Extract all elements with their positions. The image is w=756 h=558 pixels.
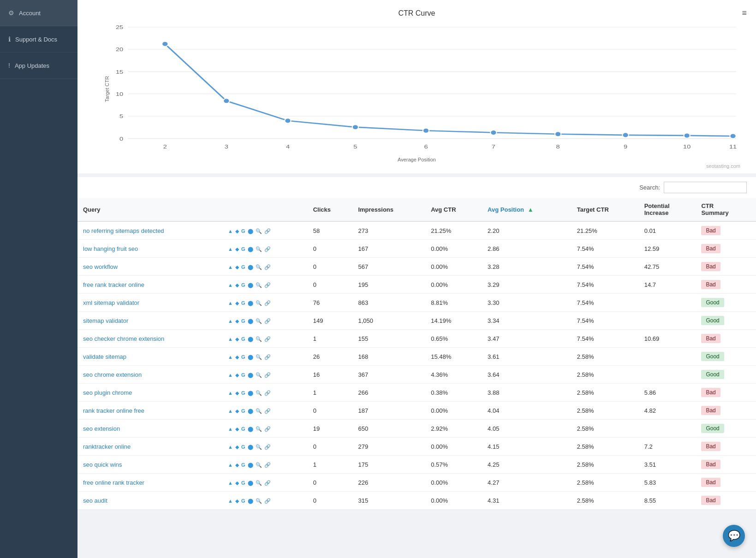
sidebar-item-account[interactable]: ⚙ Account [0, 0, 77, 26]
col-clicks[interactable]: Clicks [308, 198, 353, 221]
search-bar: Search: [77, 177, 756, 198]
clicks-cell: 149 [308, 312, 353, 330]
table-row: seo chrome extension ▲ ◆ G ⬤ 🔍 🔗 16 367 … [77, 366, 756, 384]
table-row: seo workflow ▲ ◆ G ⬤ 🔍 🔗 0 567 0.00% 3.2… [77, 258, 756, 276]
impressions-cell: 168 [352, 348, 425, 366]
query-cell[interactable]: ranktracker online [77, 438, 222, 456]
col-avg-ctr[interactable]: Avg CTR [425, 198, 482, 221]
svg-point-27 [490, 130, 496, 135]
chart-container: Target CTR 25 20 15 10 5 0 2 3 4 [91, 22, 742, 156]
summary-cell: Good [696, 312, 756, 330]
icons-cell: ▲ ◆ G ⬤ 🔍 🔗 [222, 348, 308, 366]
impressions-cell: 175 [352, 456, 425, 474]
col-impressions[interactable]: Impressions [352, 198, 425, 221]
icons-cell: ▲ ◆ G ⬤ 🔍 🔗 [222, 221, 308, 240]
summary-cell: Good [696, 366, 756, 384]
query-cell[interactable]: free online rank tracker [77, 474, 222, 492]
target-ctr-cell: 7.54% [571, 240, 639, 258]
svg-point-29 [622, 133, 628, 138]
query-cell[interactable]: no referring sitemaps detected [77, 221, 222, 240]
avg-ctr-cell: 0.00% [425, 258, 482, 276]
clicks-cell: 1 [308, 456, 353, 474]
query-cell[interactable]: low hanging fruit seo [77, 240, 222, 258]
svg-point-30 [684, 133, 690, 138]
sidebar-item-updates[interactable]: ! App Updates [0, 53, 77, 79]
target-ctr-cell: 2.58% [571, 474, 639, 492]
impressions-cell: 266 [352, 384, 425, 402]
avg-pos-cell: 3.28 [482, 258, 571, 276]
table-row: seo plugin chrome ▲ ◆ G ⬤ 🔍 🔗 1 266 0.38… [77, 384, 756, 402]
target-ctr-cell: 21.25% [571, 221, 639, 240]
sidebar-item-support[interactable]: ℹ Support & Docs [0, 26, 77, 53]
clicks-cell: 0 [308, 438, 353, 456]
chart-menu-icon[interactable]: ≡ [742, 8, 747, 18]
summary-badge: Bad [701, 460, 720, 469]
summary-cell: Bad [696, 456, 756, 474]
query-cell[interactable]: seo quick wins [77, 456, 222, 474]
chart-section: CTR Curve ≡ Target CTR 25 20 15 10 5 0 [77, 0, 756, 173]
clicks-cell: 26 [308, 348, 353, 366]
chart-title: CTR Curve [91, 9, 742, 18]
query-cell[interactable]: seo checker chrome extension [77, 330, 222, 348]
svg-text:9: 9 [624, 143, 627, 149]
query-cell[interactable]: free rank tracker online [77, 276, 222, 294]
chat-bubble[interactable]: 💬 [723, 525, 745, 547]
svg-point-22 [162, 42, 168, 47]
col-query[interactable]: Query [77, 198, 222, 221]
avg-pos-cell: 4.27 [482, 474, 571, 492]
search-input[interactable] [664, 182, 747, 193]
clicks-cell: 0 [308, 402, 353, 420]
summary-badge: Bad [701, 478, 720, 487]
clicks-cell: 1 [308, 330, 353, 348]
query-cell[interactable]: sitemap validator [77, 312, 222, 330]
query-cell[interactable]: seo plugin chrome [77, 384, 222, 402]
col-potential[interactable]: PotentialIncrease [639, 198, 696, 221]
svg-text:20: 20 [116, 47, 123, 53]
table-section: Search: Query Clicks Impressions Avg CTR… [77, 177, 756, 510]
col-summary[interactable]: CTRSummary [696, 198, 756, 221]
info-icon: ℹ [8, 36, 11, 43]
data-table: Query Clicks Impressions Avg CTR Avg Pos… [77, 198, 756, 510]
icons-cell: ▲ ◆ G ⬤ 🔍 🔗 [222, 312, 308, 330]
target-ctr-cell: 2.58% [571, 384, 639, 402]
impressions-cell: 195 [352, 276, 425, 294]
svg-text:8: 8 [556, 143, 560, 149]
svg-point-23 [223, 98, 229, 103]
table-row: rank tracker online free ▲ ◆ G ⬤ 🔍 🔗 0 1… [77, 402, 756, 420]
col-target-ctr[interactable]: Target CTR [571, 198, 639, 221]
avg-ctr-cell: 0.38% [425, 384, 482, 402]
clicks-cell: 0 [308, 258, 353, 276]
target-ctr-cell: 2.58% [571, 366, 639, 384]
summary-badge: Bad [701, 442, 720, 451]
summary-cell: Bad [696, 492, 756, 510]
potential-cell: 12.59 [639, 240, 696, 258]
summary-badge: Bad [701, 388, 720, 397]
col-avg-position[interactable]: Avg Position ▲ [482, 198, 571, 221]
icons-cell: ▲ ◆ G ⬤ 🔍 🔗 [222, 438, 308, 456]
clicks-cell: 16 [308, 366, 353, 384]
avg-ctr-cell: 0.00% [425, 474, 482, 492]
target-ctr-cell: 7.54% [571, 312, 639, 330]
impressions-cell: 567 [352, 258, 425, 276]
svg-text:3: 3 [225, 143, 228, 149]
impressions-cell: 863 [352, 294, 425, 312]
query-cell[interactable]: seo chrome extension [77, 366, 222, 384]
query-cell[interactable]: rank tracker online free [77, 402, 222, 420]
svg-point-25 [352, 125, 358, 130]
potential-cell: 0.01 [639, 221, 696, 240]
target-ctr-cell: 7.54% [571, 258, 639, 276]
impressions-cell: 650 [352, 420, 425, 438]
query-cell[interactable]: validate sitemap [77, 348, 222, 366]
query-cell[interactable]: seo workflow [77, 258, 222, 276]
icons-cell: ▲ ◆ G ⬤ 🔍 🔗 [222, 420, 308, 438]
impressions-cell: 279 [352, 438, 425, 456]
table-row: low hanging fruit seo ▲ ◆ G ⬤ 🔍 🔗 0 167 … [77, 240, 756, 258]
target-ctr-cell: 2.58% [571, 492, 639, 510]
query-cell[interactable]: seo audit [77, 492, 222, 510]
icons-cell: ▲ ◆ G ⬤ 🔍 🔗 [222, 294, 308, 312]
query-cell[interactable]: xml sitemap validator [77, 294, 222, 312]
impressions-cell: 273 [352, 221, 425, 240]
summary-cell: Good [696, 420, 756, 438]
avg-pos-cell: 2.86 [482, 240, 571, 258]
query-cell[interactable]: seo extension [77, 420, 222, 438]
